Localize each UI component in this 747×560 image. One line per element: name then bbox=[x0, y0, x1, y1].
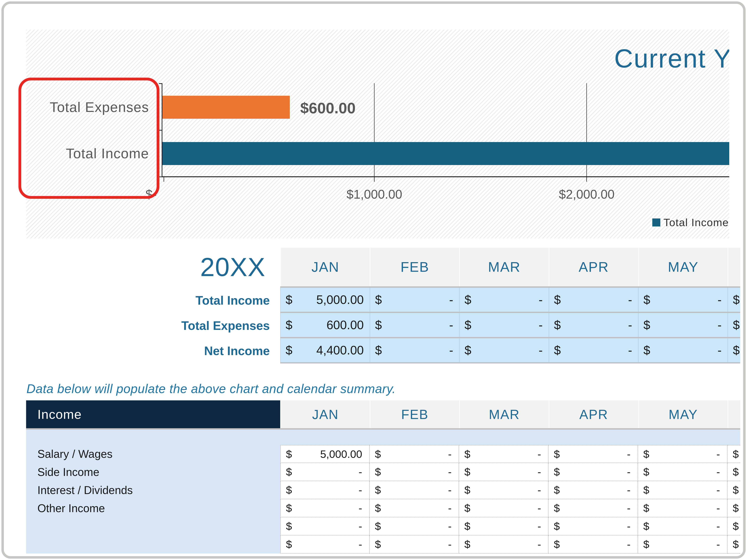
value-cell-clipped[interactable]: $ bbox=[727, 313, 740, 337]
bar-total-income[interactable] bbox=[162, 142, 729, 165]
input-cell-clipped[interactable]: $ bbox=[727, 517, 740, 535]
value-cell[interactable]: $ 5,000.00 bbox=[280, 288, 370, 312]
input-cell[interactable]: $ - bbox=[638, 517, 727, 535]
month-header-cell[interactable]: MAY bbox=[638, 248, 727, 286]
value-cell[interactable]: $ - bbox=[548, 313, 638, 337]
input-cell[interactable]: $ - bbox=[548, 517, 638, 535]
value-cell[interactable]: $ 4,400.00 bbox=[280, 338, 370, 362]
cell-value: - bbox=[718, 318, 722, 332]
input-cell[interactable]: $ - bbox=[370, 535, 459, 554]
cell-value: - bbox=[448, 520, 452, 532]
input-cell[interactable]: $ - bbox=[548, 445, 638, 463]
income-row-label[interactable]: Side Income bbox=[26, 463, 280, 481]
input-cell-clipped[interactable]: $ bbox=[727, 499, 740, 517]
value-cell[interactable]: $ 600.00 bbox=[280, 313, 370, 337]
year-cell[interactable]: 20XX bbox=[26, 248, 280, 286]
currency-symbol: $ bbox=[286, 318, 292, 332]
month-header-cell[interactable]: MAR bbox=[459, 400, 548, 428]
input-cell[interactable]: $ - bbox=[548, 481, 638, 499]
income-section-header[interactable]: Income bbox=[26, 400, 280, 428]
month-header-cell[interactable]: FEB bbox=[370, 400, 459, 428]
input-cell[interactable]: $ - bbox=[548, 463, 638, 481]
value-cell[interactable]: $ - bbox=[459, 313, 548, 337]
input-cell[interactable]: $ - bbox=[370, 499, 459, 517]
input-cell[interactable]: $ - bbox=[280, 481, 370, 499]
input-cell[interactable]: $ - bbox=[370, 463, 459, 481]
input-cell-clipped[interactable]: $ bbox=[727, 445, 740, 463]
income-row-label[interactable]: Salary / Wages bbox=[26, 445, 280, 463]
currency-symbol: $ bbox=[643, 343, 650, 357]
month-header-cell[interactable]: JAN bbox=[280, 248, 370, 286]
currency-symbol: $ bbox=[643, 466, 649, 478]
input-cell[interactable]: $ 5,000.00 bbox=[280, 445, 370, 463]
value-cell[interactable]: $ - bbox=[548, 338, 638, 362]
month-header-cell[interactable]: MAY bbox=[638, 400, 727, 428]
income-row-label[interactable]: Interest / Dividends bbox=[26, 481, 280, 499]
spacer-row[interactable] bbox=[26, 430, 740, 445]
input-cell[interactable]: $ - bbox=[548, 499, 638, 517]
month-header-cell[interactable]: APR bbox=[548, 248, 638, 286]
month-header-clipped[interactable] bbox=[727, 400, 740, 428]
value-cell[interactable]: $ - bbox=[459, 288, 548, 312]
currency-symbol: $ bbox=[375, 318, 382, 332]
input-cell[interactable]: $ - bbox=[280, 517, 370, 535]
income-row: $ - $ - $ - $ - $ - $ bbox=[26, 517, 740, 535]
axis-tick bbox=[159, 83, 162, 84]
input-cell[interactable]: $ - bbox=[280, 463, 370, 481]
value-cell[interactable]: $ - bbox=[370, 313, 459, 337]
input-cell[interactable]: $ - bbox=[280, 535, 370, 554]
income-section-label: Income bbox=[37, 407, 82, 422]
input-cell[interactable]: $ - bbox=[459, 535, 548, 554]
value-cell[interactable]: $ - bbox=[638, 313, 727, 337]
input-cell[interactable]: $ - bbox=[370, 517, 459, 535]
value-cell[interactable]: $ - bbox=[548, 288, 638, 312]
input-cell[interactable]: $ - bbox=[370, 481, 459, 499]
month-header-cell[interactable]: APR bbox=[548, 400, 638, 428]
value-cell-clipped[interactable]: $ bbox=[727, 288, 740, 312]
value-cell[interactable]: $ - bbox=[459, 338, 548, 362]
income-header-row: Income JAN FEB MAR APR MAY bbox=[26, 400, 740, 428]
input-cell-clipped[interactable]: $ bbox=[727, 481, 740, 499]
cell-value: - bbox=[627, 502, 630, 514]
value-cell[interactable]: $ - bbox=[370, 288, 459, 312]
summary-row-label[interactable]: Total Expenses bbox=[26, 313, 280, 338]
cell-value: - bbox=[448, 484, 452, 496]
input-cell[interactable]: $ - bbox=[459, 463, 548, 481]
cell-value: - bbox=[718, 293, 722, 307]
input-cell[interactable]: $ - bbox=[638, 445, 727, 463]
month-header-cell[interactable]: FEB bbox=[370, 248, 459, 286]
cell-value: - bbox=[449, 343, 453, 357]
input-cell[interactable]: $ - bbox=[280, 499, 370, 517]
chart-title[interactable]: Current Y bbox=[614, 44, 729, 74]
input-cell[interactable]: $ - bbox=[370, 445, 459, 463]
input-cell[interactable]: $ - bbox=[638, 535, 727, 554]
summary-row-label[interactable]: Net Income bbox=[26, 338, 280, 363]
value-cell[interactable]: $ - bbox=[638, 338, 727, 362]
input-cell-clipped[interactable]: $ bbox=[727, 463, 740, 481]
cell-value: - bbox=[448, 538, 452, 551]
value-cell[interactable]: $ - bbox=[638, 288, 727, 312]
month-header-clipped[interactable] bbox=[727, 248, 740, 286]
input-cell-clipped[interactable]: $ bbox=[727, 535, 740, 554]
income-row-label[interactable] bbox=[26, 535, 280, 554]
input-cell[interactable]: $ - bbox=[638, 499, 727, 517]
input-cell[interactable]: $ - bbox=[638, 463, 727, 481]
legend-swatch-total-income bbox=[652, 219, 660, 227]
input-cell[interactable]: $ - bbox=[459, 481, 548, 499]
income-row-label[interactable]: Other Income bbox=[26, 499, 280, 517]
value-cell-clipped[interactable]: $ bbox=[727, 338, 740, 362]
month-header-cell[interactable]: MAR bbox=[459, 248, 548, 286]
input-cell[interactable]: $ - bbox=[638, 481, 727, 499]
input-cell[interactable]: $ - bbox=[459, 517, 548, 535]
cell-value: - bbox=[627, 520, 630, 532]
income-row-label[interactable] bbox=[26, 517, 280, 535]
input-cell[interactable]: $ - bbox=[548, 535, 638, 554]
value-cell[interactable]: $ - bbox=[370, 338, 459, 362]
input-cell[interactable]: $ - bbox=[459, 499, 548, 517]
month-header-cell[interactable]: JAN bbox=[280, 400, 370, 428]
input-cell[interactable]: $ - bbox=[459, 445, 548, 463]
chart-legend[interactable]: Total Income bbox=[652, 216, 729, 229]
note-text[interactable]: Data below will populate the above chart… bbox=[26, 382, 396, 396]
summary-row-label[interactable]: Total Income bbox=[26, 288, 280, 313]
bar-total-expenses[interactable] bbox=[162, 96, 290, 119]
